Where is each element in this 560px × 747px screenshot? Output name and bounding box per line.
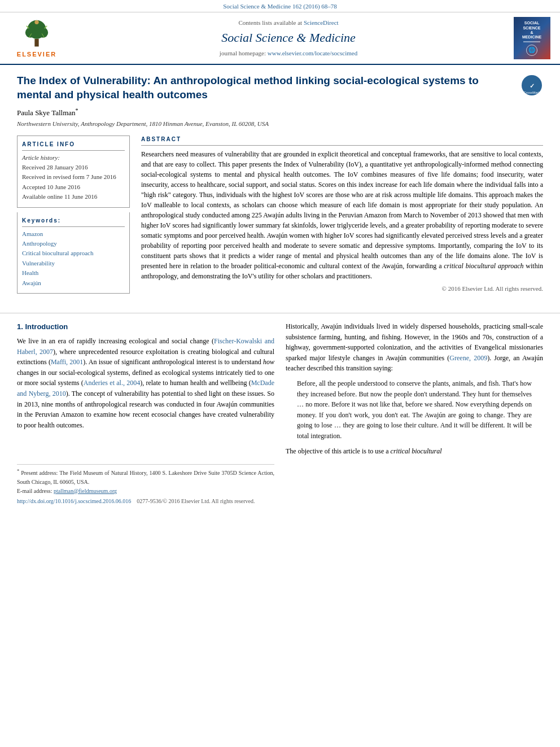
- intro-para1: We live in an era of rapidly increasing …: [17, 336, 274, 430]
- elsevier-tree-icon: [14, 18, 59, 49]
- ref-greene[interactable]: Greene, 2009: [449, 354, 487, 362]
- journal-homepage: journal homepage: www.elsevier.com/locat…: [68, 49, 509, 58]
- keyword-anthropology: Anthropology: [22, 239, 125, 248]
- two-col-layout: ARTICLE INFO Article history: Received 2…: [17, 136, 543, 294]
- doi-link[interactable]: http://dx.doi.org/10.1016/j.socscimed.20…: [17, 497, 131, 505]
- footnote-area: * Present address: The Field Museum of N…: [17, 464, 274, 495]
- received-date: Received 28 January 2016: [22, 163, 125, 172]
- elsevier-logo: ELSEVIER: [14, 18, 59, 59]
- keyword-health: Health: [22, 269, 125, 277]
- available-date: Available online 11 June 2016: [22, 193, 125, 201]
- crossmark-badge-icon: ✓ CrossMark: [520, 74, 543, 97]
- keyword-biocultural: Critical biocultural approach: [22, 249, 125, 257]
- affiliation: Northwestern University, Anthropology De…: [17, 120, 543, 128]
- intro-para2: Historically, Awajún individuals lived i…: [286, 321, 543, 374]
- history-header: Article history:: [22, 154, 125, 162]
- journal-citation: Social Science & Medicine 162 (2016) 68–…: [223, 3, 337, 10]
- journal-title: Social Science & Medicine: [68, 29, 509, 47]
- keyword-amazon: Amazon: [22, 230, 125, 238]
- author-line: Paula Skye Tallman*: [17, 107, 543, 119]
- abstract-text: Researchers need measures of vulnerabili…: [141, 149, 543, 281]
- svg-point-2: [25, 27, 36, 37]
- intro-para3: The objective of this article is to use …: [286, 446, 543, 457]
- abstract-header: ABSTRACT: [141, 136, 543, 146]
- homepage-link[interactable]: www.elsevier.com/locate/socscimed: [268, 50, 357, 56]
- article-area: The Index of Vulnerability: An anthropol…: [0, 65, 560, 305]
- body-col-left: 1. Introduction We live in an era of rap…: [17, 321, 274, 495]
- email-link[interactable]: ptallman@fieldmuseum.org: [54, 488, 117, 494]
- svg-rect-0: [34, 38, 38, 46]
- intro-heading: 1. Introduction: [17, 321, 274, 333]
- elsevier-text: ELSEVIER: [17, 50, 56, 59]
- footnote-email: E-mail address: ptallman@fieldmuseum.org: [17, 487, 274, 496]
- keywords-header: Keywords:: [22, 217, 125, 227]
- journal-cover-area: SOCIALSCIENCE&MEDICINE 🌐: [509, 17, 554, 59]
- footnote-text: * Present address: The Field Museum of N…: [17, 468, 274, 486]
- svg-text:CrossMark: CrossMark: [523, 91, 540, 94]
- article-title-block: The Index of Vulnerability: An anthropol…: [17, 74, 543, 102]
- ref-maffi[interactable]: Maffi, 2001: [51, 358, 83, 366]
- col-left: ARTICLE INFO Article history: Received 2…: [17, 136, 130, 294]
- block-quote: Before, all the people understood to con…: [297, 378, 532, 442]
- article-title: The Index of Vulnerability: An anthropol…: [17, 74, 515, 102]
- copyright-line: © 2016 Elsevier Ltd. All rights reserved…: [141, 285, 543, 293]
- article-info-header: ARTICLE INFO: [22, 141, 125, 151]
- sciencedirect-link[interactable]: ScienceDirect: [304, 19, 339, 26]
- svg-point-4: [34, 20, 38, 24]
- body-two-col: 1. Introduction We live in an era of rap…: [0, 321, 560, 495]
- abstract-section: ABSTRACT Researchers need measures of vu…: [141, 136, 543, 293]
- keyword-awajun: Awajún: [22, 279, 125, 287]
- revised-date: Received in revised form 7 June 2016: [22, 173, 125, 181]
- journal-top-bar: Social Science & Medicine 162 (2016) 68–…: [0, 0, 560, 12]
- cover-text: SOCIALSCIENCE&MEDICINE: [522, 21, 541, 40]
- accepted-date: Accepted 10 June 2016: [22, 183, 125, 191]
- license-text: 0277-9536/© 2016 Elsevier Ltd. All right…: [137, 497, 255, 505]
- journal-header: ELSEVIER Contents lists available at Sci…: [0, 12, 560, 65]
- col-right: ABSTRACT Researchers need measures of vu…: [141, 136, 543, 294]
- body-col-right: Historically, Awajún individuals lived i…: [286, 321, 543, 495]
- keywords-section: Keywords: Amazon Anthropology Critical b…: [17, 212, 130, 294]
- section-divider: [0, 313, 560, 313]
- elsevier-logo-area: ELSEVIER: [6, 18, 68, 59]
- keyword-vulnerability: Vulnerability: [22, 259, 125, 268]
- contents-line: Contents lists available at ScienceDirec…: [68, 19, 509, 27]
- svg-point-3: [38, 27, 48, 37]
- ref-mcdade[interactable]: McDade and Nyberg, 2010: [17, 379, 274, 397]
- author-sup: *: [76, 107, 78, 113]
- header-center: Contents lists available at ScienceDirec…: [68, 19, 509, 58]
- bottom-bar: http://dx.doi.org/10.1016/j.socscimed.20…: [0, 495, 560, 508]
- journal-cover-thumb: SOCIALSCIENCE&MEDICINE 🌐: [514, 17, 550, 59]
- ref-anderies[interactable]: Anderies et al., 2004: [84, 379, 140, 387]
- author-name: Paula Skye Tallman: [17, 108, 76, 117]
- svg-text:✓: ✓: [530, 82, 535, 89]
- article-info-section: ARTICLE INFO Article history: Received 2…: [17, 136, 130, 208]
- ref-fischer[interactable]: Fischer-Kowalski and Haberl, 2007: [17, 337, 274, 356]
